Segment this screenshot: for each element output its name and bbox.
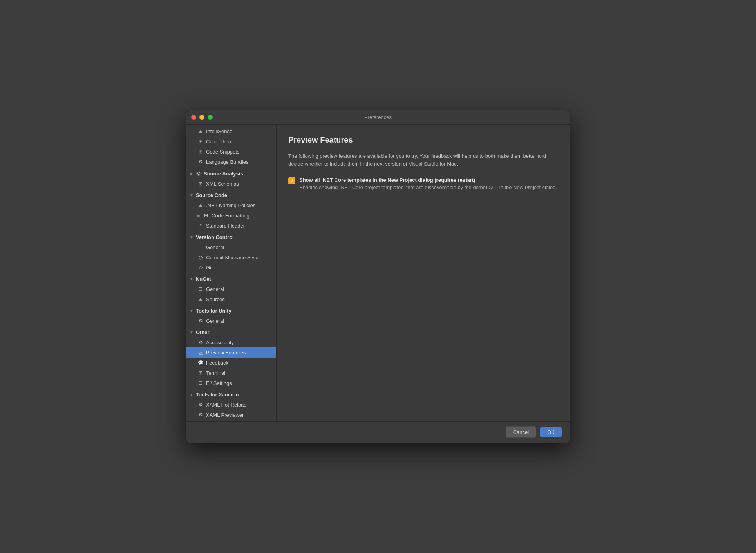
- feature-description: Enables showing .NET Core project templa…: [299, 184, 557, 190]
- preferences-window: Preferences ⊞ IntelliSense ⊞ Color Theme…: [186, 110, 570, 443]
- main-content: Preview Features The following preview f…: [277, 125, 570, 421]
- sidebar-item-terminal[interactable]: ⊞ Terminal: [186, 368, 276, 378]
- terminal-icon: ⊞: [197, 370, 204, 376]
- sources-icon: ⊞: [197, 296, 204, 302]
- sidebar-item-xaml-previewer[interactable]: ⚙ XAML Previewer: [186, 410, 276, 420]
- close-button[interactable]: [191, 115, 196, 120]
- maximize-button[interactable]: [208, 115, 213, 120]
- source-analysis-icon: ◎: [195, 170, 201, 177]
- feature-item-dotnet-core-templates: Show all .NET Core templates in the New …: [288, 177, 558, 190]
- sidebar-item-color-theme[interactable]: ⊞ Color Theme: [186, 136, 276, 146]
- window-controls: [191, 115, 213, 120]
- vc-general-icon: ⊢: [197, 244, 204, 250]
- sidebar-section-source-code[interactable]: ▼ Source Code: [186, 190, 276, 200]
- sidebar-item-feedback[interactable]: 💬 Feedback: [186, 358, 276, 368]
- expand-icon: ▼: [190, 309, 194, 313]
- net-naming-icon: ⊞: [197, 202, 204, 208]
- feature-title: Show all .NET Core templates in the New …: [299, 177, 557, 183]
- sidebar-item-commit-message[interactable]: ◎ Commit Message Style: [186, 252, 276, 262]
- color-theme-icon: ⊞: [197, 138, 204, 145]
- standard-header-icon: #: [197, 222, 204, 229]
- window-title: Preferences: [364, 114, 392, 120]
- sidebar-item-sources[interactable]: ⊞ Sources: [186, 294, 276, 304]
- feature-checkbox[interactable]: [288, 177, 295, 184]
- sidebar-item-unity-general[interactable]: ⚙ General: [186, 316, 276, 326]
- git-icon: ◇: [197, 264, 204, 271]
- expand-icon: ▶: [190, 172, 193, 176]
- expand-icon: ▼: [190, 193, 194, 197]
- intellisense-icon: ⊞: [197, 128, 204, 134]
- language-bundles-icon: ⚙: [197, 159, 204, 165]
- page-description: The following preview features are avail…: [288, 152, 558, 168]
- window-body: ⊞ IntelliSense ⊞ Color Theme ⊞ Code Snip…: [186, 125, 570, 421]
- minimize-button[interactable]: [199, 115, 204, 120]
- cancel-button[interactable]: Cancel: [506, 426, 536, 438]
- footer: Cancel OK: [186, 421, 570, 443]
- nuget-general-icon: ⊡: [197, 286, 204, 292]
- xaml-previewer-icon: ⚙: [197, 412, 204, 418]
- xml-schemas-icon: ⊞: [197, 181, 204, 187]
- sidebar-section-other[interactable]: ▼ Other: [186, 327, 276, 337]
- code-formatting-icon: ⊞: [203, 212, 209, 219]
- sidebar-section-tools-xamarin[interactable]: ▼ Tools for Xamarin: [186, 390, 276, 399]
- sidebar-section-nuget[interactable]: ▼ NuGet: [186, 274, 276, 284]
- sidebar-section-source-analysis[interactable]: ▶ ◎ Source Analysis: [186, 168, 276, 179]
- fsharp-settings-icon: ⊡: [197, 380, 204, 386]
- expand-icon: ▼: [190, 277, 194, 281]
- commit-message-icon: ◎: [197, 254, 204, 260]
- sidebar-item-code-snippets[interactable]: ⊞ Code Snippets: [186, 146, 276, 157]
- accessibility-icon: ⚙: [197, 339, 204, 345]
- expand-icon: ▼: [190, 392, 194, 397]
- sidebar-item-intellisense[interactable]: ⊞ IntelliSense: [186, 126, 276, 136]
- sidebar-section-tools-unity[interactable]: ▼ Tools for Unity: [186, 306, 276, 316]
- sidebar-item-language-bundles[interactable]: ⚙ Language Bundles: [186, 157, 276, 167]
- sidebar: ⊞ IntelliSense ⊞ Color Theme ⊞ Code Snip…: [186, 125, 277, 421]
- sidebar-item-git[interactable]: ◇ Git: [186, 262, 276, 273]
- preview-features-icon: △: [197, 349, 204, 356]
- sidebar-item-xaml-hot-reload[interactable]: ⚙ XAML Hot Reload: [186, 399, 276, 410]
- sidebar-item-fsharp-settings[interactable]: ⊡ F# Settings: [186, 378, 276, 388]
- feedback-icon: 💬: [197, 360, 204, 366]
- feature-text: Show all .NET Core templates in the New …: [299, 177, 557, 190]
- sidebar-item-xml-schemas[interactable]: ⊞ XML Schemas: [186, 179, 276, 189]
- code-snippets-icon: ⊞: [197, 148, 204, 155]
- page-title: Preview Features: [288, 136, 558, 145]
- expand-icon: ▼: [190, 330, 194, 334]
- xaml-hot-reload-icon: ⚙: [197, 401, 204, 408]
- sidebar-item-standard-header[interactable]: # Standard Header: [186, 220, 276, 231]
- sidebar-item-accessibility[interactable]: ⚙ Accessibility: [186, 337, 276, 347]
- expand-icon: ▶: [197, 213, 201, 218]
- sidebar-item-vc-general[interactable]: ⊢ General: [186, 242, 276, 252]
- ok-button[interactable]: OK: [540, 427, 562, 437]
- sidebar-item-preview-features[interactable]: △ Preview Features: [186, 347, 276, 358]
- title-bar: Preferences: [186, 110, 570, 125]
- unity-general-icon: ⚙: [197, 318, 204, 324]
- sidebar-item-net-naming[interactable]: ⊞ .NET Naming Policies: [186, 200, 276, 210]
- expand-icon: ▼: [190, 235, 194, 239]
- sidebar-item-code-formatting[interactable]: ▶ ⊞ Code Formatting: [186, 210, 276, 220]
- sidebar-item-nuget-general[interactable]: ⊡ General: [186, 284, 276, 294]
- sidebar-section-version-control[interactable]: ▼ Version Control: [186, 232, 276, 242]
